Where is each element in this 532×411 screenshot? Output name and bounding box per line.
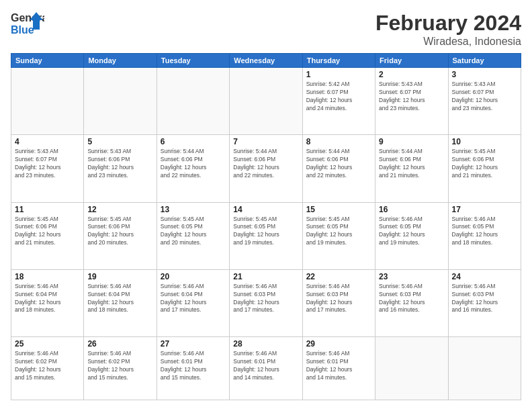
calendar-week-4: 18Sunrise: 5:46 AM Sunset: 6:04 PM Dayli… — [11, 269, 521, 336]
day-number: 25 — [15, 339, 80, 349]
calendar-cell: 25Sunrise: 5:46 AM Sunset: 6:02 PM Dayli… — [11, 337, 84, 400]
col-sunday: Sunday — [11, 54, 84, 68]
day-number: 6 — [161, 137, 226, 146]
calendar-cell: 14Sunrise: 5:45 AM Sunset: 6:05 PM Dayli… — [230, 202, 302, 269]
day-info: Sunrise: 5:46 AM Sunset: 6:01 PM Dayligh… — [306, 350, 371, 382]
header: GeneralBlue February 2024 Wiradesa, Indo… — [11, 11, 521, 48]
calendar-cell: 21Sunrise: 5:46 AM Sunset: 6:03 PM Dayli… — [230, 269, 302, 336]
day-number: 4 — [15, 137, 80, 146]
day-info: Sunrise: 5:44 AM Sunset: 6:06 PM Dayligh… — [306, 148, 371, 180]
day-info: Sunrise: 5:46 AM Sunset: 6:05 PM Dayligh… — [379, 216, 444, 248]
day-number: 3 — [452, 70, 517, 79]
day-number: 13 — [161, 205, 226, 214]
day-number: 23 — [379, 272, 444, 281]
calendar-cell: 28Sunrise: 5:46 AM Sunset: 6:01 PM Dayli… — [230, 337, 302, 400]
day-number: 11 — [15, 205, 80, 214]
day-info: Sunrise: 5:44 AM Sunset: 6:06 PM Dayligh… — [379, 148, 444, 180]
calendar-cell: 18Sunrise: 5:46 AM Sunset: 6:04 PM Dayli… — [11, 269, 84, 336]
day-info: Sunrise: 5:46 AM Sunset: 6:01 PM Dayligh… — [161, 350, 226, 382]
calendar-week-1: 1Sunrise: 5:42 AM Sunset: 6:07 PM Daylig… — [11, 68, 521, 135]
day-info: Sunrise: 5:43 AM Sunset: 6:07 PM Dayligh… — [379, 81, 444, 113]
calendar-cell: 11Sunrise: 5:45 AM Sunset: 6:06 PM Dayli… — [11, 202, 84, 269]
day-number: 1 — [306, 70, 371, 79]
calendar-cell — [84, 68, 157, 135]
col-wednesday: Wednesday — [230, 54, 302, 68]
calendar-cell: 26Sunrise: 5:46 AM Sunset: 6:02 PM Dayli… — [84, 337, 157, 400]
calendar-table: Sunday Monday Tuesday Wednesday Thursday… — [11, 53, 521, 400]
calendar-cell: 12Sunrise: 5:45 AM Sunset: 6:06 PM Dayli… — [84, 202, 157, 269]
day-number: 27 — [161, 339, 226, 349]
day-number: 22 — [306, 272, 371, 281]
day-info: Sunrise: 5:43 AM Sunset: 6:06 PM Dayligh… — [87, 148, 152, 180]
day-number: 24 — [452, 272, 517, 281]
calendar-cell: 29Sunrise: 5:46 AM Sunset: 6:01 PM Dayli… — [302, 337, 375, 400]
calendar-cell: 1Sunrise: 5:42 AM Sunset: 6:07 PM Daylig… — [302, 68, 375, 135]
calendar-cell: 16Sunrise: 5:46 AM Sunset: 6:05 PM Dayli… — [375, 202, 448, 269]
calendar-cell — [157, 68, 229, 135]
day-number: 26 — [87, 339, 152, 349]
calendar-cell: 6Sunrise: 5:44 AM Sunset: 6:06 PM Daylig… — [157, 135, 229, 202]
day-info: Sunrise: 5:46 AM Sunset: 6:03 PM Dayligh… — [306, 283, 371, 315]
calendar-week-5: 25Sunrise: 5:46 AM Sunset: 6:02 PM Dayli… — [11, 337, 521, 400]
calendar-cell: 22Sunrise: 5:46 AM Sunset: 6:03 PM Dayli… — [302, 269, 375, 336]
day-number: 18 — [15, 272, 80, 281]
day-number: 19 — [87, 272, 152, 281]
title-block: February 2024 Wiradesa, Indonesia — [375, 11, 521, 48]
day-info: Sunrise: 5:45 AM Sunset: 6:05 PM Dayligh… — [306, 216, 371, 248]
calendar-week-2: 4Sunrise: 5:43 AM Sunset: 6:07 PM Daylig… — [11, 135, 521, 202]
logo-svg: GeneralBlue — [11, 11, 44, 38]
day-info: Sunrise: 5:44 AM Sunset: 6:06 PM Dayligh… — [233, 148, 298, 180]
calendar-cell — [11, 68, 84, 135]
calendar-cell: 5Sunrise: 5:43 AM Sunset: 6:06 PM Daylig… — [84, 135, 157, 202]
day-info: Sunrise: 5:44 AM Sunset: 6:06 PM Dayligh… — [161, 148, 226, 180]
day-info: Sunrise: 5:46 AM Sunset: 6:03 PM Dayligh… — [452, 283, 517, 315]
day-number: 8 — [306, 137, 371, 146]
col-monday: Monday — [84, 54, 157, 68]
day-number: 10 — [452, 137, 517, 146]
day-number: 21 — [233, 272, 298, 281]
calendar-cell — [230, 68, 302, 135]
day-number: 9 — [379, 137, 444, 146]
calendar-cell: 3Sunrise: 5:43 AM Sunset: 6:07 PM Daylig… — [448, 68, 521, 135]
calendar-cell — [375, 337, 448, 400]
day-number: 29 — [306, 339, 371, 349]
calendar-cell: 24Sunrise: 5:46 AM Sunset: 6:03 PM Dayli… — [448, 269, 521, 336]
day-number: 17 — [452, 205, 517, 214]
calendar-cell: 10Sunrise: 5:45 AM Sunset: 6:06 PM Dayli… — [448, 135, 521, 202]
day-info: Sunrise: 5:46 AM Sunset: 6:04 PM Dayligh… — [161, 283, 226, 315]
calendar-cell: 27Sunrise: 5:46 AM Sunset: 6:01 PM Dayli… — [157, 337, 229, 400]
calendar-cell: 9Sunrise: 5:44 AM Sunset: 6:06 PM Daylig… — [375, 135, 448, 202]
calendar-cell: 20Sunrise: 5:46 AM Sunset: 6:04 PM Dayli… — [157, 269, 229, 336]
day-info: Sunrise: 5:46 AM Sunset: 6:04 PM Dayligh… — [15, 283, 80, 315]
day-info: Sunrise: 5:46 AM Sunset: 6:05 PM Dayligh… — [452, 216, 517, 248]
calendar-cell — [448, 337, 521, 400]
svg-text:Blue: Blue — [11, 24, 34, 36]
calendar-cell: 17Sunrise: 5:46 AM Sunset: 6:05 PM Dayli… — [448, 202, 521, 269]
day-number: 28 — [233, 339, 298, 349]
day-info: Sunrise: 5:46 AM Sunset: 6:02 PM Dayligh… — [15, 350, 80, 382]
day-info: Sunrise: 5:46 AM Sunset: 6:02 PM Dayligh… — [87, 350, 152, 382]
day-info: Sunrise: 5:45 AM Sunset: 6:06 PM Dayligh… — [452, 148, 517, 180]
day-info: Sunrise: 5:46 AM Sunset: 6:03 PM Dayligh… — [233, 283, 298, 315]
day-info: Sunrise: 5:45 AM Sunset: 6:05 PM Dayligh… — [233, 216, 298, 248]
day-info: Sunrise: 5:43 AM Sunset: 6:07 PM Dayligh… — [15, 148, 80, 180]
day-info: Sunrise: 5:46 AM Sunset: 6:03 PM Dayligh… — [379, 283, 444, 315]
day-info: Sunrise: 5:43 AM Sunset: 6:07 PM Dayligh… — [452, 81, 517, 113]
calendar-cell: 8Sunrise: 5:44 AM Sunset: 6:06 PM Daylig… — [302, 135, 375, 202]
day-info: Sunrise: 5:46 AM Sunset: 6:01 PM Dayligh… — [233, 350, 298, 382]
calendar-cell: 4Sunrise: 5:43 AM Sunset: 6:07 PM Daylig… — [11, 135, 84, 202]
day-number: 2 — [379, 70, 444, 79]
col-friday: Friday — [375, 54, 448, 68]
col-thursday: Thursday — [302, 54, 375, 68]
calendar-header-row: Sunday Monday Tuesday Wednesday Thursday… — [11, 54, 521, 68]
day-number: 15 — [306, 205, 371, 214]
main-title: February 2024 — [375, 11, 521, 36]
day-number: 20 — [161, 272, 226, 281]
day-number: 12 — [87, 205, 152, 214]
calendar-cell: 2Sunrise: 5:43 AM Sunset: 6:07 PM Daylig… — [375, 68, 448, 135]
day-number: 5 — [87, 137, 152, 146]
subtitle: Wiradesa, Indonesia — [375, 36, 521, 48]
day-info: Sunrise: 5:46 AM Sunset: 6:04 PM Dayligh… — [87, 283, 152, 315]
calendar-cell: 19Sunrise: 5:46 AM Sunset: 6:04 PM Dayli… — [84, 269, 157, 336]
calendar-cell: 7Sunrise: 5:44 AM Sunset: 6:06 PM Daylig… — [230, 135, 302, 202]
